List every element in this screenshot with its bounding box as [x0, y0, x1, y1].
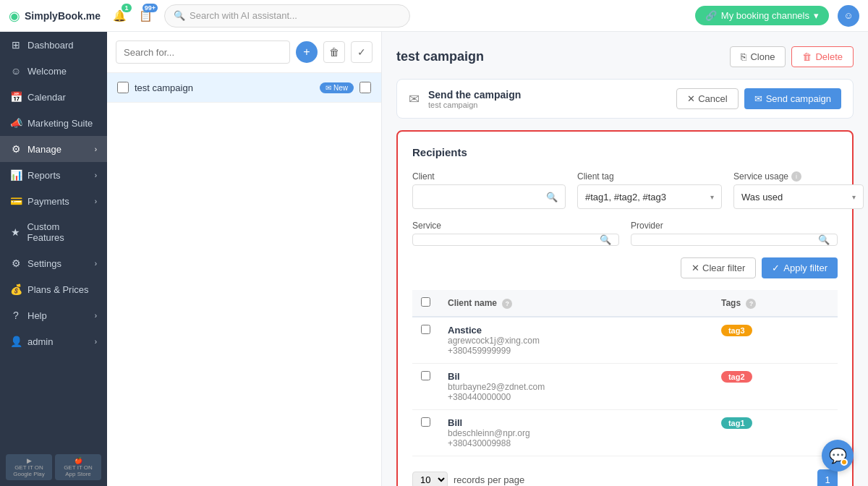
- row-check[interactable]: [412, 410, 439, 456]
- sidebar-item-label: Custom Features: [27, 221, 97, 243]
- campaign-select-checkbox[interactable]: [359, 82, 371, 93]
- sidebar-item-settings[interactable]: ⚙ Settings ›: [0, 250, 107, 276]
- sidebar-item-dashboard[interactable]: ⊞ Dashboard: [0, 32, 107, 58]
- check-campaign-button[interactable]: ✓: [351, 41, 373, 63]
- welcome-icon: ☺: [10, 65, 22, 77]
- google-play-button[interactable]: ▶ GET IT ON Google Play: [6, 454, 52, 480]
- campaign-search-input[interactable]: [116, 40, 290, 64]
- search-bar[interactable]: 🔍 Search with AI assistant...: [164, 4, 410, 27]
- tasks-badge: 99+: [142, 4, 158, 12]
- provider-label: Provider: [631, 221, 838, 231]
- sidebar-item-welcome[interactable]: ☺ Welcome: [0, 58, 107, 84]
- client-tag-select[interactable]: #tag1, #tag2, #tag3 ▾: [577, 184, 722, 209]
- app-store-button[interactable]: 🍎 GET IT ON App Store: [55, 454, 101, 480]
- sidebar-item-plans[interactable]: 💰 Plans & Prices: [0, 276, 107, 302]
- provider-search-input[interactable]: [639, 234, 814, 245]
- th-client-name: Client name ?: [439, 290, 712, 317]
- row-check[interactable]: [412, 364, 439, 410]
- booking-label: My booking channels: [721, 10, 809, 21]
- booking-channels-button[interactable]: 🔗 My booking channels ▾: [695, 6, 829, 25]
- row-tags: tag2: [712, 364, 838, 410]
- row-checkbox[interactable]: [421, 371, 430, 380]
- sidebar-item-manage[interactable]: ⚙ Manage ›: [0, 136, 107, 162]
- clear-filter-button[interactable]: ✕ Clear filter: [681, 257, 756, 278]
- manage-icon: ⚙: [10, 143, 22, 155]
- sidebar-item-label: admin: [27, 336, 53, 347]
- trash-icon: 🗑: [329, 46, 339, 58]
- sidebar-item-admin[interactable]: 👤 admin ›: [0, 328, 107, 354]
- filter-row-1: Client 🔍 Client tag #tag1, #tag2, #tag3: [412, 171, 838, 209]
- info-icon[interactable]: i: [791, 171, 801, 182]
- logo-icon: ◉: [9, 8, 20, 24]
- sidebar-item-label: Settings: [27, 258, 61, 269]
- tasks-button[interactable]: 📋 99+: [135, 6, 156, 26]
- avatar-button[interactable]: ☺: [838, 5, 859, 27]
- send-text-area: Send the campaign test campaign: [428, 89, 668, 109]
- chat-fab-button[interactable]: 💬: [822, 440, 854, 472]
- tag-badge: tag2: [721, 371, 752, 383]
- dashboard-icon: ⊞: [10, 39, 22, 51]
- provider-input-wrapper[interactable]: 🔍: [631, 234, 838, 246]
- search-icon: 🔍: [818, 234, 830, 245]
- row-checkbox[interactable]: [421, 325, 430, 334]
- send-bar-icon: ✉: [409, 91, 420, 107]
- row-tags: tag1: [712, 410, 838, 456]
- campaign-list-item[interactable]: test campaign ✉ New: [107, 73, 381, 103]
- row-tags: tag3: [712, 317, 838, 364]
- delete-icon: 🗑: [802, 51, 812, 62]
- add-campaign-button[interactable]: +: [296, 41, 318, 63]
- sidebar-item-calendar[interactable]: 📅 Calendar: [0, 84, 107, 110]
- sidebar-item-help[interactable]: ? Help ›: [0, 302, 107, 328]
- service-search-input[interactable]: [420, 234, 595, 245]
- campaign-header: test campaign ⎘ Clone 🗑 Delete: [396, 46, 854, 67]
- apply-filter-button[interactable]: ✓ Apply filter: [762, 257, 838, 278]
- send-icon: ✉: [754, 93, 762, 104]
- page-1-button[interactable]: 1: [817, 469, 838, 486]
- plans-icon: 💰: [10, 284, 22, 295]
- client-name: Bil: [448, 371, 704, 382]
- delete-campaign-button[interactable]: 🗑: [323, 41, 345, 63]
- info-icon[interactable]: ?: [502, 299, 512, 309]
- search-icon: 🔍: [600, 234, 611, 245]
- per-page-select[interactable]: 10: [412, 472, 448, 487]
- clone-label: Clone: [750, 51, 775, 62]
- service-usage-label: Service usage i: [733, 171, 864, 182]
- app-store-icon: 🍎: [75, 457, 82, 464]
- sidebar-item-marketing[interactable]: 📣 Marketing Suite: [0, 110, 107, 136]
- sidebar-item-payments[interactable]: 💳 Payments ›: [0, 188, 107, 214]
- sidebar-item-custom[interactable]: ★ Custom Features: [0, 214, 107, 250]
- row-checkbox[interactable]: [421, 417, 430, 427]
- search-icon: 🔍: [174, 10, 185, 21]
- content-area: + 🗑 ✓ test campaign ✉ New: [107, 32, 868, 486]
- cancel-button[interactable]: ✕ Cancel: [676, 88, 738, 109]
- client-input-wrapper[interactable]: 🔍: [412, 184, 566, 209]
- google-play-label: GET IT ON Google Play: [9, 464, 49, 477]
- sidebar-item-reports[interactable]: 📊 Reports ›: [0, 162, 107, 188]
- sidebar: ⊞ Dashboard ☺ Welcome 📅 Calendar 📣 Marke…: [0, 32, 107, 486]
- recipients-title: Recipients: [412, 146, 838, 158]
- row-client: Bill bdeschleinn@npr.org +380430009988: [439, 410, 712, 456]
- notifications-button[interactable]: 🔔 1: [109, 6, 129, 26]
- client-name: Anstice: [448, 325, 704, 336]
- client-label: Client: [412, 171, 566, 182]
- select-all-checkbox[interactable]: [421, 297, 430, 307]
- row-client: Bil bturbayne29@zdnet.com +380440000000: [439, 364, 712, 410]
- campaign-checkbox[interactable]: [117, 82, 129, 93]
- clone-button[interactable]: ⎘ Clone: [730, 46, 786, 67]
- sidebar-footer: ▶ GET IT ON Google Play 🍎 GET IT ON App …: [0, 448, 107, 486]
- send-campaign-button[interactable]: ✉ Send campaign: [744, 88, 841, 109]
- nav-icons: 🔔 1 📋 99+: [109, 6, 156, 26]
- delete-button[interactable]: 🗑 Delete: [791, 46, 854, 67]
- info-icon[interactable]: ?: [746, 299, 756, 309]
- top-nav: ◉ SimplyBook.me 🔔 1 📋 99+ 🔍 Search with …: [0, 0, 868, 32]
- filter-actions: ✕ Clear filter ✓ Apply filter: [412, 257, 838, 278]
- service-input-wrapper[interactable]: 🔍: [412, 234, 619, 246]
- cancel-icon: ✕: [687, 93, 695, 104]
- th-check: [412, 290, 439, 317]
- row-check[interactable]: [412, 317, 439, 364]
- check-icon: ✓: [357, 46, 366, 58]
- sidebar-item-label: Reports: [27, 170, 61, 181]
- th-tags: Tags ?: [712, 290, 838, 317]
- service-usage-dropdown[interactable]: Was used ▾: [733, 184, 864, 209]
- client-search-input[interactable]: [420, 192, 542, 202]
